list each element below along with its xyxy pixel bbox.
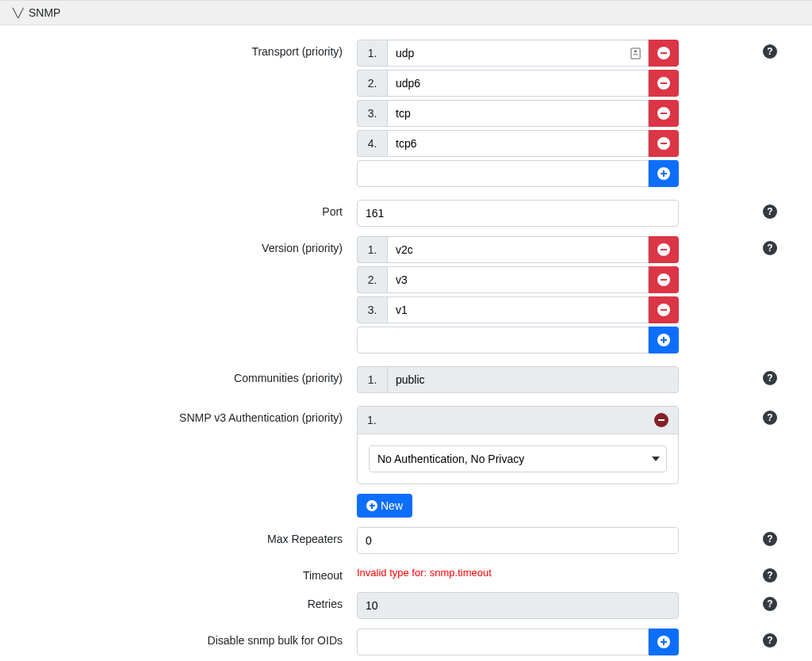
version-input-3[interactable] — [387, 296, 649, 323]
disable-bulk-input[interactable] — [357, 629, 649, 655]
snmp-panel-body: Transport (priority) 1. 2. 3. 4. — [0, 25, 812, 661]
transport-input-2[interactable] — [387, 70, 649, 97]
remove-button[interactable] — [649, 296, 679, 323]
auth-card-1: 1. No Authentication, No Privacy — [357, 406, 679, 484]
minus-icon — [657, 243, 670, 256]
communities-row-1: 1. — [357, 366, 679, 393]
auth-priority-number: 1. — [367, 414, 377, 426]
help-icon[interactable]: ? — [763, 597, 777, 611]
remove-button[interactable] — [649, 236, 679, 263]
plus-icon — [657, 167, 670, 180]
timeout-error-text: Invalid type for: snmp.timeout — [357, 564, 679, 579]
minus-icon — [657, 273, 670, 286]
remove-button[interactable] — [649, 266, 679, 293]
help-icon[interactable]: ? — [763, 241, 777, 255]
communities-label: Communities (priority) — [32, 366, 357, 384]
transport-row-new — [357, 160, 679, 187]
priority-number: 4. — [357, 130, 387, 157]
version-input-2[interactable] — [387, 266, 649, 293]
add-button[interactable] — [649, 629, 679, 655]
remove-auth-button[interactable] — [654, 413, 668, 427]
disable-bulk-row-new — [357, 629, 679, 655]
auth-mode-select[interactable]: No Authentication, No Privacy — [369, 445, 667, 472]
plus-icon — [657, 334, 670, 346]
chevron-down-icon: ╲╱ — [13, 8, 24, 18]
transport-row-1: 1. — [357, 40, 679, 67]
minus-icon — [657, 107, 670, 120]
version-label: Version (priority) — [32, 236, 357, 254]
communities-input-1 — [387, 366, 679, 393]
max-repeaters-label: Max Repeaters — [32, 527, 357, 545]
priority-number: 3. — [357, 296, 387, 323]
transport-row-3: 3. — [357, 100, 679, 127]
retries-label: Retries — [32, 592, 357, 610]
priority-number: 3. — [357, 100, 387, 127]
minus-icon — [657, 304, 670, 316]
priority-number: 1. — [357, 366, 387, 393]
panel-title: SNMP — [29, 6, 60, 19]
new-button-label: New — [381, 499, 403, 512]
help-icon[interactable]: ? — [763, 411, 777, 425]
remove-button[interactable] — [649, 100, 679, 127]
version-row-3: 3. — [357, 296, 679, 323]
remove-button[interactable] — [649, 40, 679, 67]
version-row-1: 1. — [357, 236, 679, 263]
help-icon[interactable]: ? — [763, 371, 777, 385]
transport-input-4[interactable] — [387, 130, 649, 157]
add-button[interactable] — [649, 327, 679, 353]
new-auth-button[interactable]: New — [357, 494, 412, 518]
priority-number: 1. — [357, 40, 387, 67]
transport-label: Transport (priority) — [32, 40, 357, 58]
version-row-new — [357, 327, 679, 353]
transport-input-3[interactable] — [387, 100, 649, 127]
remove-button[interactable] — [649, 70, 679, 97]
disable-bulk-label: Disable snmp bulk for OIDs — [32, 629, 357, 647]
minus-icon — [657, 47, 670, 59]
transport-row-4: 4. — [357, 130, 679, 157]
minus-icon — [657, 137, 670, 150]
help-icon[interactable]: ? — [763, 633, 777, 648]
retries-input — [357, 592, 679, 619]
transport-input-new[interactable] — [357, 160, 649, 187]
help-icon[interactable]: ? — [763, 568, 777, 583]
max-repeaters-input[interactable] — [357, 527, 679, 554]
version-row-2: 2. — [357, 266, 679, 293]
transport-row-2: 2. — [357, 70, 679, 97]
transport-input-1[interactable] — [387, 40, 649, 67]
timeout-label: Timeout — [32, 564, 357, 582]
plus-icon — [657, 636, 670, 648]
version-input-new[interactable] — [357, 327, 649, 353]
help-icon[interactable]: ? — [763, 532, 777, 546]
priority-number: 2. — [357, 266, 387, 293]
version-input-1[interactable] — [387, 236, 649, 263]
port-input[interactable] — [357, 200, 679, 227]
add-button[interactable] — [649, 160, 679, 187]
help-icon[interactable]: ? — [763, 204, 777, 219]
port-label: Port — [32, 200, 357, 218]
help-icon[interactable]: ? — [763, 44, 777, 59]
plus-icon — [366, 500, 377, 511]
auth-label: SNMP v3 Authentication (priority) — [32, 406, 357, 424]
priority-number: 2. — [357, 70, 387, 97]
snmp-panel-header[interactable]: ╲╱ SNMP — [0, 0, 812, 25]
auth-card-header: 1. — [358, 407, 678, 434]
minus-icon — [657, 77, 670, 90]
remove-button[interactable] — [649, 130, 679, 157]
priority-number: 1. — [357, 236, 387, 263]
